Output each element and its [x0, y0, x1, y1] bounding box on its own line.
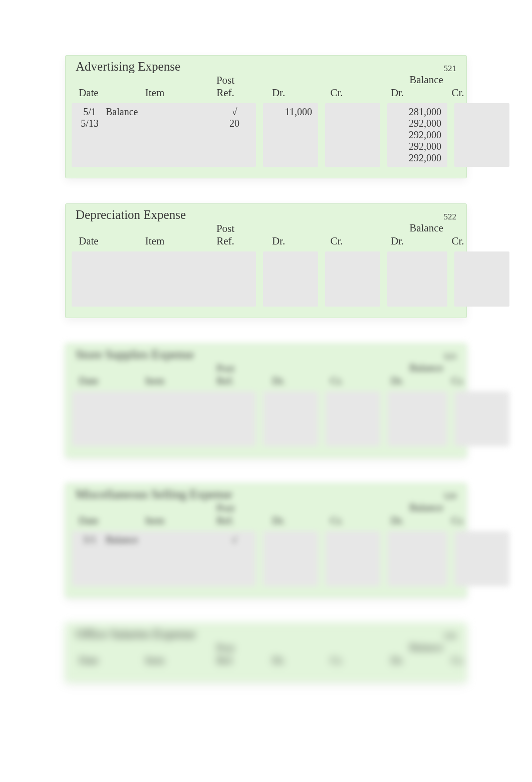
header-bal-dr: Dr.: [367, 86, 427, 98]
cell-dr: 11,000: [267, 106, 312, 118]
header-date: Date: [72, 514, 107, 526]
ledger-header: PostBalanceDateItemRef.Dr.Cr.Dr.Cr.: [70, 641, 462, 666]
cell-post-ref: √: [217, 106, 252, 118]
header-balance: Balance: [367, 501, 485, 514]
header-item: Item: [110, 86, 200, 98]
header-item: Item: [110, 654, 200, 666]
header-bal-dr: Dr.: [367, 514, 427, 526]
cr-col: [325, 391, 380, 446]
header-balance: Balance: [367, 222, 485, 234]
header-post-top: Post: [203, 74, 248, 86]
ledger-header: PostBalanceDateItemRef.Dr.Cr.Dr.Cr.: [70, 362, 462, 386]
header-cr: Cr.: [309, 234, 364, 246]
bal-cr-col: [454, 103, 509, 167]
header-post-ref: Ref.: [203, 374, 248, 386]
table-row: 5/1Balance√: [76, 106, 252, 118]
ledger-header: PostBalanceDateItemRef.Dr.Cr.Dr.Cr.: [70, 74, 462, 98]
header-post-ref: Ref.: [203, 234, 248, 246]
account-number: 521: [444, 64, 457, 74]
account-name: Office Salaries Expense: [76, 627, 196, 641]
date-item-postref-col: 5/1Balance√: [72, 531, 256, 586]
account-name: Store Supplies Expense: [76, 348, 194, 362]
header-bal-cr: Cr.: [430, 374, 485, 386]
cr-col: [325, 531, 380, 586]
ledgers-container: Advertising Expense521PostBalanceDateIte…: [65, 55, 467, 682]
dr-col: [263, 391, 318, 446]
header-post-top: Post: [203, 501, 248, 514]
date-item-postref-col: [72, 391, 256, 446]
header-dr: Dr.: [251, 654, 306, 666]
bal-dr-col: [387, 531, 447, 586]
ledger-header: PostBalanceDateItemRef.Dr.Cr.Dr.Cr.: [70, 222, 462, 246]
account-number: 530: [444, 631, 457, 641]
date-item-postref-col: [72, 251, 256, 307]
header-date: Date: [72, 374, 107, 386]
table-row: 5/1320: [76, 118, 252, 129]
header-cr: Cr.: [309, 86, 364, 98]
cell-bal_dr: 281,000: [391, 106, 441, 118]
cell-item: Balance: [104, 106, 217, 118]
header-balance: Balance: [367, 362, 485, 374]
cell-bal_dr: 292,000: [391, 118, 441, 129]
ledger-body: 5/1Balance√: [70, 526, 462, 586]
ledger-body: [70, 386, 462, 446]
dr-col: 11,000: [263, 103, 318, 167]
header-dr: Dr.: [251, 374, 306, 386]
header-bal-cr: Cr.: [430, 234, 485, 246]
ledger-advertising-expense: Advertising Expense521PostBalanceDateIte…: [65, 55, 467, 178]
header-cr: Cr.: [309, 514, 364, 526]
cell-date: 5/1: [76, 534, 104, 546]
header-post-ref: Ref.: [203, 654, 248, 666]
header-balance: Balance: [367, 641, 485, 654]
header-balance: Balance: [367, 74, 485, 86]
bal-dr-col: [387, 251, 447, 307]
bal-cr-col: [454, 391, 509, 446]
header-dr: Dr.: [251, 234, 306, 246]
ledger-body: [70, 246, 462, 307]
dr-col: [263, 531, 318, 586]
date-item-postref-col: 5/1Balance√5/1320: [72, 103, 256, 167]
ledger-store-supplies-expense: Store Supplies Expense523PostBalanceDate…: [65, 343, 467, 458]
header-cr: Cr.: [309, 654, 364, 666]
cell-post-ref: 20: [217, 118, 252, 129]
header-bal-cr: Cr.: [430, 86, 485, 98]
header-bal-cr: Cr.: [430, 514, 485, 526]
account-number: 523: [444, 352, 457, 362]
header-post-ref: Ref.: [203, 86, 248, 98]
cell-post-ref: √: [217, 534, 252, 546]
cr-col: [325, 251, 380, 307]
cell-bal_dr: 292,000: [391, 141, 441, 152]
header-dr: Dr.: [251, 86, 306, 98]
header-bal-dr: Dr.: [367, 654, 427, 666]
account-number: 522: [444, 212, 457, 222]
bal-cr-col: [454, 251, 509, 307]
dr-col: [263, 251, 318, 307]
cell-bal_dr: 292,000: [391, 129, 441, 141]
account-name: Depreciation Expense: [76, 208, 186, 222]
header-post-top: Post: [203, 362, 248, 374]
cell-date: 5/1: [76, 106, 104, 118]
header-bal-dr: Dr.: [367, 374, 427, 386]
header-item: Item: [110, 234, 200, 246]
ledger-body: 5/1Balance√5/132011,000281,000292,000292…: [70, 98, 462, 167]
header-post-ref: Ref.: [203, 514, 248, 526]
header-dr: Dr.: [251, 514, 306, 526]
header-item: Item: [110, 374, 200, 386]
ledger-depreciation-expense: Depreciation Expense522PostBalanceDateIt…: [65, 203, 467, 318]
ledger-body: [70, 666, 462, 671]
ledger-header: PostBalanceDateItemRef.Dr.Cr.Dr.Cr.: [70, 501, 462, 526]
bal-dr-col: 281,000292,000292,000292,000292,000: [387, 103, 447, 167]
header-item: Item: [110, 514, 200, 526]
cr-col: [325, 103, 380, 167]
ledger-misc-selling-expense: Miscellaneous Selling Expense529PostBala…: [65, 483, 467, 598]
header-date: Date: [72, 86, 107, 98]
ledger-office-salaries-expense: Office Salaries Expense530PostBalanceDat…: [65, 623, 467, 682]
bal-cr-col: [454, 531, 509, 586]
cell-bal_dr: 292,000: [391, 152, 441, 164]
account-number: 529: [444, 491, 457, 501]
header-cr: Cr.: [309, 374, 364, 386]
header-post-top: Post: [203, 222, 248, 234]
header-post-top: Post: [203, 641, 248, 654]
header-bal-dr: Dr.: [367, 234, 427, 246]
cell-item: [104, 118, 217, 129]
